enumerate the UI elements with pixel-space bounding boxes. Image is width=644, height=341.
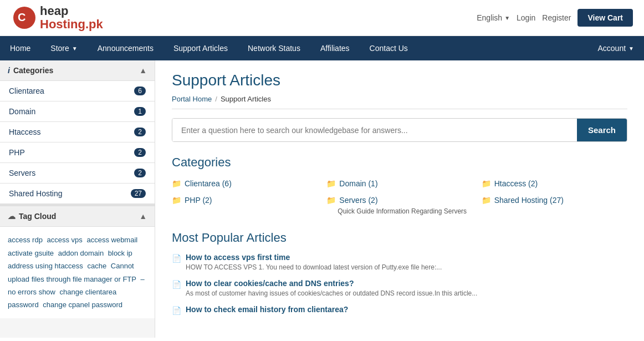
view-cart-button[interactable]: View Cart: [577, 9, 633, 27]
article-snippet-0: HOW TO ACCESS VPS 1. You need to downloa…: [186, 263, 442, 271]
article-item-2: 📄 How to check email history from client…: [172, 305, 627, 315]
sidebar-item-domain[interactable]: Domain 1: [0, 101, 155, 122]
sidebar-servers-count: 2: [134, 169, 146, 177]
collapse-categories-icon[interactable]: ▲: [139, 66, 147, 75]
article-title-0[interactable]: How to access vps first time: [186, 253, 290, 262]
nav-home[interactable]: Home: [0, 36, 40, 60]
tag-access-rdp[interactable]: access rdp: [8, 236, 43, 244]
article-icon-1: 📄: [172, 280, 181, 289]
category-clientarea[interactable]: 📁 Clientarea (6): [172, 177, 318, 190]
article-item-1: 📄 How to clear cookies/cache and DNS ent…: [172, 279, 627, 297]
search-input[interactable]: [172, 119, 577, 141]
language-label: English: [477, 13, 502, 22]
tag-activate-gsuite[interactable]: activate gsuite: [8, 249, 54, 257]
nav-affiliates[interactable]: Affiliates: [310, 36, 360, 60]
categories-header-label: Categories: [13, 66, 53, 75]
category-servers[interactable]: 📁 Servers (2): [326, 194, 472, 206]
folder-icon-clientarea: 📁: [172, 179, 181, 188]
nav-support-articles[interactable]: Support Articles: [163, 36, 238, 60]
folder-icon-domain: 📁: [326, 179, 336, 188]
category-htaccess[interactable]: 📁 Htaccess (2): [482, 177, 627, 190]
tag-access-vps[interactable]: access vps: [47, 236, 83, 244]
category-domain[interactable]: 📁 Domain (1): [326, 177, 472, 190]
category-shared-hosting-link[interactable]: Shared Hosting (27): [494, 196, 564, 205]
folder-icon-htaccess: 📁: [482, 179, 491, 188]
account-arrow-icon: ▼: [628, 45, 634, 52]
category-shared-hosting[interactable]: 📁 Shared Hosting (27): [482, 194, 627, 215]
sidebar-item-clientarea[interactable]: Clientarea 6: [0, 81, 155, 101]
category-php-link[interactable]: PHP (2): [185, 196, 212, 205]
categories-section-title: Categories: [172, 155, 627, 170]
servers-description: Quick Guide Information Regarding Server…: [338, 207, 472, 215]
article-item-0: 📄 How to access vps first time HOW TO AC…: [172, 253, 627, 271]
logo: C heap Hosting.pk: [11, 4, 103, 31]
sidebar-shared-hosting-count: 27: [131, 189, 146, 198]
tag-cloud-section-header: ☁ Tag Cloud ▲: [0, 204, 155, 227]
top-right-actions: English ▼ Login Register View Cart: [477, 9, 633, 27]
nav-store[interactable]: Store ▼: [40, 36, 87, 60]
logo-hosting: Hosting.pk: [40, 18, 103, 31]
folder-icon-servers: 📁: [326, 196, 336, 205]
category-htaccess-link[interactable]: Htaccess (2): [494, 179, 538, 188]
cloud-icon: ☁: [8, 212, 16, 221]
svg-text:C: C: [18, 11, 25, 23]
nav-announcements[interactable]: Announcements: [88, 36, 163, 60]
category-php[interactable]: 📁 PHP (2): [172, 194, 318, 215]
sidebar-item-php[interactable]: PHP 2: [0, 142, 155, 163]
breadcrumb-portal-home[interactable]: Portal Home: [172, 95, 212, 103]
search-bar: Search: [172, 118, 627, 142]
folder-icon-php: 📁: [172, 196, 181, 205]
sidebar-servers-label: Servers: [9, 169, 35, 177]
language-arrow-icon: ▼: [504, 15, 510, 21]
tag-block-ip[interactable]: block ip: [108, 249, 132, 257]
category-domain-link[interactable]: Domain (1): [339, 179, 377, 188]
breadcrumb: Portal Home / Support Articles: [172, 95, 627, 109]
tag-change-cpanel-pw[interactable]: change cpanel password: [43, 301, 122, 309]
breadcrumb-current: Support Articles: [221, 95, 271, 103]
categories-grid: 📁 Clientarea (6) 📁 Domain (1) 📁 Htaccess…: [172, 177, 627, 215]
store-arrow-icon: ▼: [72, 45, 78, 52]
sidebar-htaccess-count: 2: [134, 128, 146, 136]
article-title-2[interactable]: How to check email history from clientar…: [186, 305, 348, 314]
nav-account[interactable]: Account ▼: [588, 36, 645, 60]
language-selector[interactable]: English ▼: [477, 13, 510, 22]
sidebar-clientarea-label: Clientarea: [9, 86, 44, 95]
tag-cloud-body: access rdp access vps access webmail act…: [0, 227, 155, 318]
tag-access-webmail[interactable]: access webmail: [86, 236, 137, 244]
tag-cache[interactable]: cache: [87, 262, 106, 270]
sidebar-item-shared-hosting[interactable]: Shared Hosting 27: [0, 184, 155, 204]
breadcrumb-separator: /: [215, 95, 217, 103]
sidebar-item-htaccess[interactable]: Htaccess 2: [0, 122, 155, 142]
main-nav: Home Store ▼ Announcements Support Artic…: [0, 36, 644, 60]
nav-contact-us[interactable]: Contact Us: [360, 36, 418, 60]
sidebar: i Categories ▲ Clientarea 6 Domain 1 Hta…: [0, 60, 155, 338]
register-link[interactable]: Register: [542, 13, 571, 22]
sidebar-php-count: 2: [134, 148, 146, 157]
category-servers-link[interactable]: Servers (2): [339, 196, 377, 205]
logo-heap: heap: [40, 4, 103, 18]
sidebar-domain-count: 1: [134, 107, 146, 116]
sidebar-domain-label: Domain: [9, 107, 35, 116]
article-title-1[interactable]: How to clear cookies/cache and DNS entri…: [186, 279, 354, 288]
collapse-tagcloud-icon[interactable]: ▲: [139, 212, 147, 221]
nav-network-status[interactable]: Network Status: [238, 36, 310, 60]
category-clientarea-link[interactable]: Clientarea (6): [185, 179, 232, 188]
page-title: Support Articles: [172, 72, 627, 89]
sidebar-htaccess-label: Htaccess: [9, 128, 41, 136]
sidebar-shared-hosting-label: Shared Hosting: [9, 189, 63, 198]
article-icon-0: 📄: [172, 254, 181, 263]
article-snippet-1: As most of customer having issues of coo…: [186, 289, 477, 297]
tag-addon-domain[interactable]: addon domain: [58, 249, 104, 257]
top-header: C heap Hosting.pk English ▼ Login Regist…: [0, 0, 644, 36]
logo-icon: C: [11, 4, 38, 31]
search-button[interactable]: Search: [577, 119, 627, 141]
categories-section-header: i Categories ▲: [0, 60, 155, 81]
sidebar-item-servers[interactable]: Servers 2: [0, 163, 155, 184]
tag-address-htaccess[interactable]: address using htaccess: [8, 262, 83, 270]
sidebar-clientarea-count: 6: [134, 86, 146, 95]
popular-articles-title: Most Popular Articles: [172, 231, 627, 245]
content-area: Support Articles Portal Home / Support A…: [155, 60, 644, 338]
login-link[interactable]: Login: [517, 13, 535, 22]
main-container: i Categories ▲ Clientarea 6 Domain 1 Hta…: [0, 60, 644, 338]
sidebar-php-label: PHP: [9, 148, 25, 157]
